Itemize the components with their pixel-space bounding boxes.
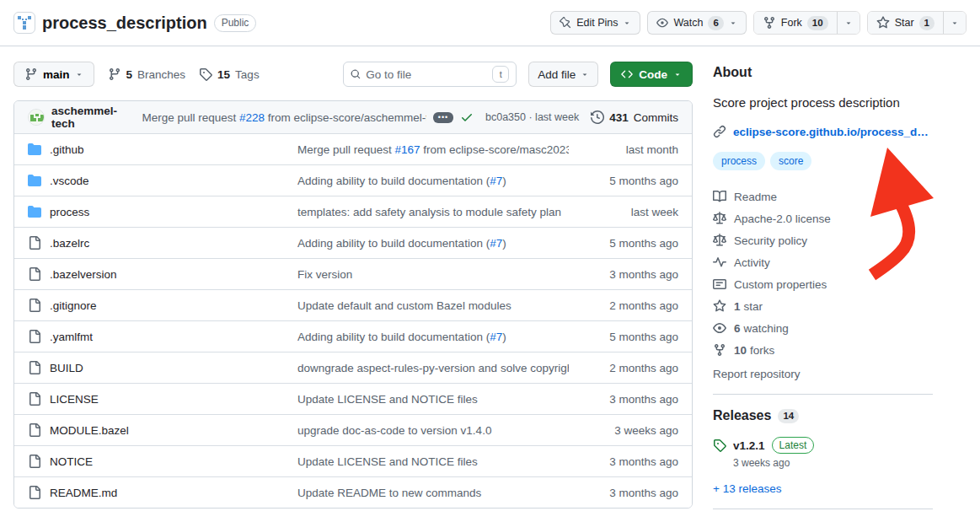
license-link[interactable]: Apache-2.0 license [713, 207, 933, 229]
commit-message-cell[interactable]: Update README to new commands [297, 487, 569, 499]
commit-message-cell[interactable]: Update default and custom Bazel modules [297, 299, 569, 312]
branches-link[interactable]: 5 Branches [108, 67, 186, 81]
commit-message-cell[interactable]: Update LICENSE and NOTICE files [297, 455, 569, 468]
file-link[interactable]: .gitignore [50, 299, 97, 312]
release-time: 3 weeks ago [733, 457, 933, 469]
table-row[interactable]: LICENSE Update LICENSE and NOTICE files … [14, 383, 692, 414]
commit-message-cell[interactable]: upgrade doc-as-code to version v1.4.0 [297, 424, 569, 437]
file-link[interactable]: BUILD [50, 362, 83, 374]
add-file-button[interactable]: Add file [528, 62, 598, 87]
table-row[interactable]: .gitignore Update default and custom Baz… [14, 289, 692, 320]
pr-link[interactable]: #7 [490, 331, 502, 343]
commit-message-cell[interactable]: Merge pull request #167 from eclipse-sco… [297, 143, 569, 156]
watch-button[interactable]: Watch 6 [647, 11, 746, 35]
commit-author-link[interactable]: aschemmel-tech [51, 105, 135, 130]
commit-message-cell[interactable]: Adding ability to build documentation (#… [297, 175, 569, 187]
commit-message-cell[interactable]: Fix version [297, 268, 569, 281]
fork-dropdown-button[interactable] [837, 12, 860, 34]
edit-pins-button[interactable]: Edit Pins [550, 11, 640, 35]
table-row[interactable]: .vscode Adding ability to build document… [14, 164, 692, 196]
file-link[interactable]: .yamlfmt [50, 331, 93, 343]
chevron-down-icon [729, 19, 737, 27]
chevron-down-icon [75, 70, 83, 78]
code-button[interactable]: Code [610, 62, 693, 87]
file-link[interactable]: .bazelrc [50, 237, 89, 250]
commit-message-cell[interactable]: Adding ability to build documentation (#… [297, 331, 569, 343]
report-repository-link[interactable]: Report repository [713, 368, 933, 380]
commit-author-avatar[interactable] [28, 109, 45, 126]
file-link[interactable]: NOTICE [50, 455, 93, 468]
commit-message-expand-button[interactable]: ••• [433, 112, 453, 123]
website-link[interactable]: eclipse-score.github.io/process_descr... [733, 126, 933, 138]
forks-link[interactable]: 10 forks [713, 339, 933, 361]
watchers-link[interactable]: 6 watching [713, 317, 933, 339]
custom-properties-link[interactable]: Custom properties [713, 273, 933, 295]
readme-link[interactable]: Readme [713, 186, 933, 207]
about-title: About [713, 65, 933, 80]
table-row[interactable]: NOTICE Update LICENSE and NOTICE files 3… [14, 445, 692, 476]
folder-icon [28, 205, 41, 218]
commit-message-cell[interactable]: downgrade aspect-rules-py-version and so… [297, 362, 569, 374]
commit-date: 5 months ago [569, 237, 678, 250]
table-row[interactable]: MODULE.bazel upgrade doc-as-code to vers… [14, 414, 692, 445]
divider [713, 509, 933, 509]
file-icon [28, 392, 41, 406]
commit-date: 5 months ago [569, 175, 678, 187]
repo-title[interactable]: process_description [42, 13, 207, 33]
star-button[interactable]: Star 1 [868, 12, 943, 34]
commit-message-cell[interactable]: templates: add safety analysis to module… [297, 206, 569, 218]
latest-commit-bar: aschemmel-tech Merge pull request #228 f… [14, 101, 692, 133]
chevron-down-icon [844, 19, 853, 27]
file-icon [28, 267, 41, 281]
star-dropdown-button[interactable] [943, 12, 966, 34]
file-icon [28, 361, 41, 374]
file-link[interactable]: process [50, 206, 89, 218]
table-row[interactable]: BUILD downgrade aspect-rules-py-version … [14, 352, 692, 383]
more-releases-link[interactable]: + 13 releases [713, 482, 781, 495]
fork-button[interactable]: Fork 10 [754, 12, 837, 34]
commit-message-cell[interactable]: Update LICENSE and NOTICE files [297, 393, 569, 406]
checks-passed-icon[interactable] [460, 110, 474, 124]
file-table: aschemmel-tech Merge pull request #228 f… [13, 100, 693, 509]
topics-list: process score [713, 152, 933, 170]
org-avatar[interactable] [13, 12, 35, 34]
topic-tag[interactable]: process [713, 152, 765, 170]
go-to-file-input[interactable] [366, 68, 487, 81]
topic-tag[interactable]: score [770, 152, 811, 170]
activity-link[interactable]: Activity [713, 251, 933, 273]
tags-link[interactable]: 15 Tags [199, 67, 260, 81]
pr-link[interactable]: #228 [239, 111, 265, 124]
stargazers-link[interactable]: 1 star [713, 295, 933, 317]
security-policy-link[interactable]: Security policy [713, 229, 933, 251]
repo-description: Score project process description [713, 94, 933, 111]
commit-sha-time[interactable]: bc0a350 · last week [485, 111, 579, 123]
file-link[interactable]: .bazelversion [50, 268, 117, 281]
file-link[interactable]: MODULE.bazel [50, 424, 129, 437]
go-to-file-box[interactable]: t [343, 62, 517, 87]
pr-link[interactable]: #167 [395, 143, 420, 156]
latest-badge: Latest [772, 437, 815, 454]
law-icon [713, 212, 726, 225]
branch-selector[interactable]: main [13, 62, 94, 87]
table-row[interactable]: .bazelrc Adding ability to build documen… [14, 227, 692, 258]
commit-message[interactable]: Merge pull request #228 from eclipse-sco… [142, 111, 426, 124]
commit-date: last week [569, 206, 678, 218]
file-link[interactable]: .github [50, 143, 84, 156]
releases-title-link[interactable]: Releases [713, 408, 771, 423]
table-row[interactable]: .yamlfmt Adding ability to build documen… [14, 320, 692, 352]
commit-history-link[interactable]: 431 Commits [591, 110, 678, 124]
pr-link[interactable]: #7 [490, 175, 502, 187]
file-link[interactable]: README.md [50, 487, 117, 499]
commit-message-cell[interactable]: Adding ability to build documentation (#… [297, 237, 569, 250]
github-repo-page: process_description Public Edit Pins Wat… [0, 0, 980, 522]
table-row[interactable]: .bazelversion Fix version 3 months ago [14, 258, 692, 289]
code-icon [621, 68, 633, 80]
pr-link[interactable]: #7 [490, 237, 502, 250]
release-version-link[interactable]: v1.2.1 [733, 439, 765, 452]
table-row[interactable]: process templates: add safety analysis t… [14, 196, 692, 227]
table-row[interactable]: README.md Update README to new commands … [14, 476, 692, 508]
file-icon [28, 330, 41, 343]
table-row[interactable]: .github Merge pull request #167 from ecl… [14, 133, 692, 164]
file-link[interactable]: LICENSE [50, 393, 99, 406]
file-link[interactable]: .vscode [50, 175, 89, 187]
